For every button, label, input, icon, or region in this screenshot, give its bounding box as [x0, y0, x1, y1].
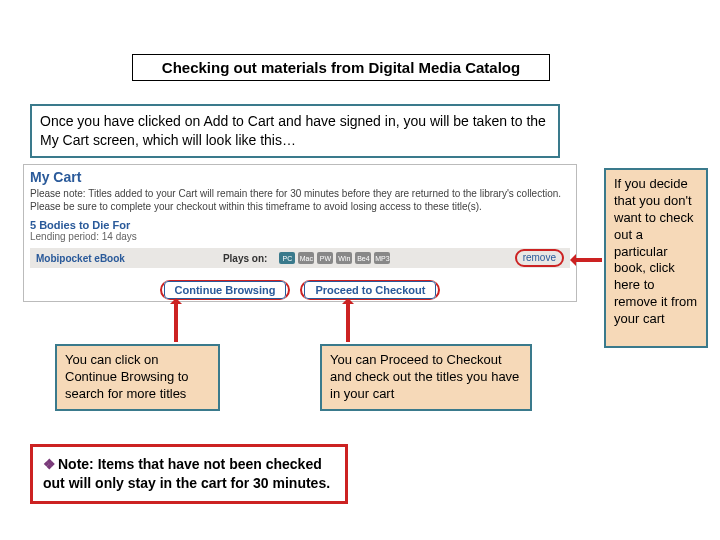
badge-mac: Mac: [298, 252, 314, 264]
intro-text: Once you have clicked on Add to Cart and…: [30, 104, 560, 158]
my-cart-panel: My Cart Please note: Titles added to you…: [23, 164, 577, 302]
lending-period: Lending period: 14 days: [24, 231, 576, 246]
arrow-remove-icon: [572, 258, 602, 262]
device-badges: PC Mac PW Win Be4 MP3: [279, 252, 390, 264]
cart-actions: Continue Browsing Proceed to Checkout: [24, 280, 576, 300]
badge-be4: Be4: [355, 252, 371, 264]
page-title: Checking out materials from Digital Medi…: [132, 54, 550, 81]
proceed-checkout-highlight: Proceed to Checkout: [300, 280, 440, 300]
callout-proceed-checkout: You can Proceed to Checkout and check ou…: [320, 344, 532, 411]
proceed-checkout-button[interactable]: Proceed to Checkout: [304, 281, 436, 299]
plays-on-label: Plays on:: [223, 253, 267, 264]
remove-link[interactable]: remove: [515, 249, 564, 267]
arrow-continue-icon: [174, 300, 178, 342]
bullet-icon: ❖: [43, 456, 56, 472]
badge-pw: PW: [317, 252, 333, 264]
badge-mp3: MP3: [374, 252, 390, 264]
callout-continue-browsing: You can click on Continue Browsing to se…: [55, 344, 220, 411]
note-lead: Note:: [58, 456, 94, 472]
format-label: Mobipocket eBook: [36, 253, 125, 264]
cart-item-title[interactable]: 5 Bodies to Die For: [24, 213, 576, 231]
format-row: Mobipocket eBook Plays on: PC Mac PW Win…: [30, 248, 570, 268]
cart-note: Please note: Titles added to your Cart w…: [24, 187, 576, 213]
cart-heading: My Cart: [24, 165, 576, 187]
badge-pc: PC: [279, 252, 295, 264]
badge-win: Win: [336, 252, 352, 264]
callout-remove: If you decide that you don't want to che…: [604, 168, 708, 348]
note-box: ❖Note: Items that have not been checked …: [30, 444, 348, 504]
arrow-proceed-icon: [346, 300, 350, 342]
